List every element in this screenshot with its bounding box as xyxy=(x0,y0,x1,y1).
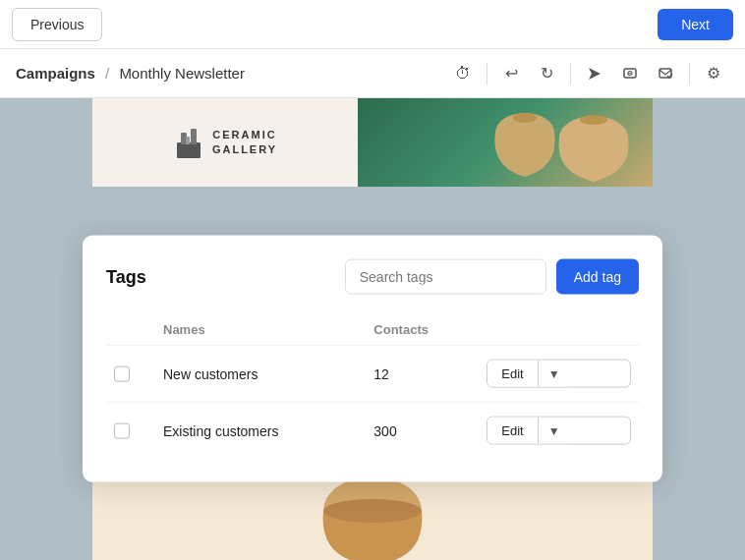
edit-button[interactable]: Edit xyxy=(487,418,538,444)
dropdown-button[interactable]: ▼ xyxy=(539,418,570,443)
email-check-icon[interactable] xyxy=(650,58,681,89)
tags-search-row: Add tag xyxy=(345,259,639,295)
col-names xyxy=(106,314,155,346)
preview-icon[interactable] xyxy=(614,58,646,89)
row-name-cell: Existing customers xyxy=(155,402,366,459)
tags-table: Names Contacts New customers 12 Edit ▼ xyxy=(106,314,639,459)
col-names-label: Names xyxy=(155,314,366,346)
logo-text: CERAMICGALLERY xyxy=(212,128,277,158)
toolbar-divider-3 xyxy=(689,63,690,84)
row-checkbox[interactable] xyxy=(114,423,130,439)
table-row: New customers 12 Edit ▼ xyxy=(106,345,639,402)
email-header-strip: CERAMICGALLERY xyxy=(92,98,653,187)
bottom-ceramic-svg xyxy=(274,472,471,560)
row-checkbox[interactable] xyxy=(114,366,130,382)
vase-illustration xyxy=(446,98,643,187)
next-button[interactable]: Next xyxy=(658,9,733,40)
row-checkbox-cell xyxy=(106,345,155,402)
row-actions-cell: Edit ▼ xyxy=(479,345,639,402)
row-contacts-cell: 300 xyxy=(366,402,479,459)
breadcrumb: Campaigns / Monthly Newsletter xyxy=(16,65,245,82)
redo-icon[interactable]: ↻ xyxy=(531,58,562,89)
row-name-text: Existing customers xyxy=(163,422,278,438)
history-icon[interactable]: ⏱ xyxy=(447,58,479,89)
send-icon[interactable] xyxy=(579,58,610,89)
main-content: CERAMICGALLERY xyxy=(0,98,745,560)
svg-point-14 xyxy=(580,115,607,125)
svg-rect-8 xyxy=(186,137,190,144)
breadcrumb-separator: / xyxy=(105,65,109,82)
top-nav: Previous Next xyxy=(0,0,745,49)
svg-rect-5 xyxy=(177,142,201,158)
breadcrumb-bar: Campaigns / Monthly Newsletter ⏱ ↩ ↻ xyxy=(0,49,745,98)
row-contacts-count: 300 xyxy=(373,422,396,438)
svg-point-16 xyxy=(323,499,422,523)
add-tag-button[interactable]: Add tag xyxy=(556,259,639,295)
col-actions xyxy=(479,314,639,346)
tags-title: Tags xyxy=(106,266,146,287)
previous-button[interactable]: Previous xyxy=(12,8,102,41)
breadcrumb-campaigns[interactable]: Campaigns xyxy=(16,65,95,82)
edit-btn-group: Edit ▼ xyxy=(487,417,631,445)
email-logo-section: CERAMICGALLERY xyxy=(92,98,358,187)
breadcrumb-page: Monthly Newsletter xyxy=(119,65,245,82)
settings-icon[interactable]: ⚙ xyxy=(698,58,729,89)
email-image-section xyxy=(358,98,653,187)
svg-rect-7 xyxy=(191,129,197,144)
col-contacts-label: Contacts xyxy=(366,314,479,346)
svg-marker-0 xyxy=(589,68,601,80)
row-name-text: New customers xyxy=(163,365,258,381)
undo-icon[interactable]: ↩ xyxy=(495,58,527,89)
row-contacts-cell: 12 xyxy=(366,345,479,402)
search-tags-input[interactable] xyxy=(345,259,546,295)
edit-btn-group: Edit ▼ xyxy=(487,360,631,388)
table-header-row: Names Contacts xyxy=(106,314,639,346)
edit-button[interactable]: Edit xyxy=(487,361,538,387)
row-name-cell: New customers xyxy=(155,345,366,402)
svg-point-11 xyxy=(513,113,537,123)
dropdown-button[interactable]: ▼ xyxy=(539,361,570,386)
row-checkbox-cell xyxy=(106,402,155,459)
svg-point-3 xyxy=(629,72,631,74)
ceramic-gallery-logo xyxy=(173,123,204,162)
toolbar-icons: ⏱ ↩ ↻ ⚙ xyxy=(447,58,729,89)
tags-modal: Tags Add tag Names Contacts New customer… xyxy=(83,236,662,482)
tags-header: Tags Add tag xyxy=(106,259,639,295)
toolbar-divider-1 xyxy=(487,63,487,84)
row-contacts-count: 12 xyxy=(373,365,389,381)
row-actions-cell: Edit ▼ xyxy=(479,402,639,459)
table-row: Existing customers 300 Edit ▼ xyxy=(106,402,639,459)
toolbar-divider-2 xyxy=(570,63,571,84)
